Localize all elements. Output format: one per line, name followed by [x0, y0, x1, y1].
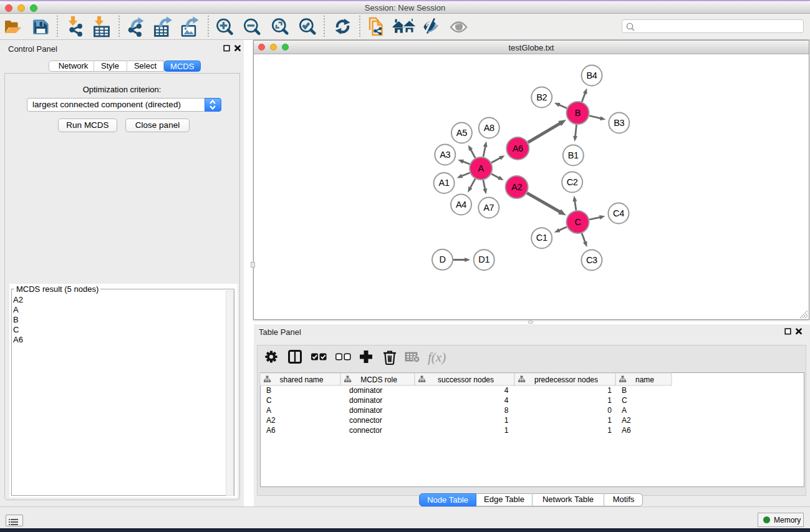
svg-text:name: name — [635, 375, 654, 384]
svg-text:4: 4 — [504, 386, 509, 395]
svg-text:B: B — [266, 386, 271, 395]
svg-text:1: 1 — [504, 416, 509, 425]
svg-text:dominator: dominator — [349, 396, 382, 405]
svg-text:dominator: dominator — [349, 406, 382, 415]
svg-text:1: 1 — [607, 416, 612, 425]
svg-text:0: 0 — [607, 406, 612, 415]
svg-text:A6: A6 — [622, 426, 631, 435]
svg-text:1: 1 — [607, 386, 612, 395]
svg-text:connector: connector — [349, 416, 382, 425]
svg-text:C: C — [622, 396, 627, 405]
svg-text:4: 4 — [504, 396, 509, 405]
svg-text:1: 1 — [504, 426, 509, 435]
svg-text:connector: connector — [349, 426, 382, 435]
svg-text:8: 8 — [504, 406, 509, 415]
svg-text:A2: A2 — [266, 416, 276, 425]
svg-text:MCDS role: MCDS role — [360, 375, 397, 384]
svg-text:A: A — [266, 406, 271, 415]
svg-text:1: 1 — [607, 426, 612, 435]
svg-text:A2: A2 — [622, 416, 631, 425]
svg-text:predecessor nodes: predecessor nodes — [534, 375, 598, 384]
svg-text:B: B — [622, 386, 627, 395]
svg-text:shared name: shared name — [279, 375, 323, 384]
svg-text:A: A — [622, 406, 627, 415]
svg-text:C: C — [266, 396, 272, 405]
svg-text:1: 1 — [607, 396, 612, 405]
svg-text:dominator: dominator — [349, 386, 382, 395]
svg-text:successor nodes: successor nodes — [438, 375, 494, 384]
svg-text:A6: A6 — [266, 426, 276, 435]
